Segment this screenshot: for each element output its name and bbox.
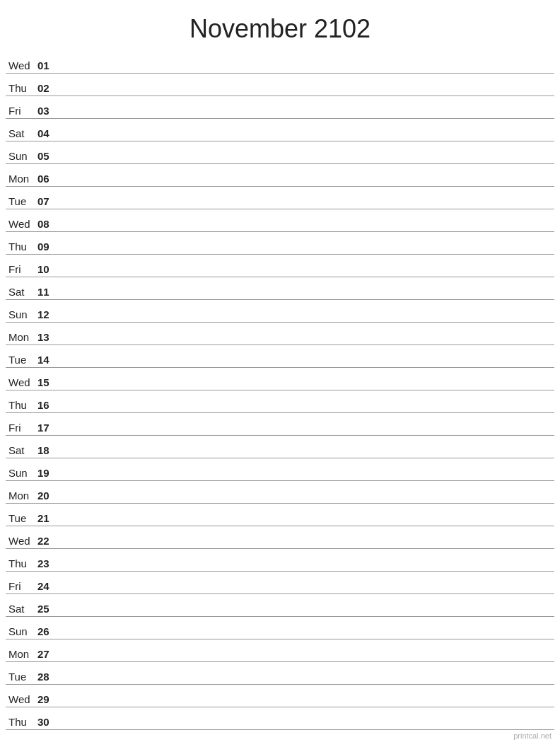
- day-number: 21: [37, 512, 59, 524]
- day-name: Sat: [6, 603, 37, 615]
- day-line: [59, 342, 554, 343]
- day-line: [59, 546, 554, 547]
- day-line: [59, 71, 554, 71]
- day-name: Fri: [6, 580, 37, 592]
- day-row: Thu30: [6, 707, 554, 730]
- day-line: [59, 365, 554, 366]
- day-name: Mon: [6, 331, 37, 343]
- day-row: Wed01: [6, 51, 554, 74]
- day-number: 23: [37, 557, 59, 569]
- day-line: [59, 682, 554, 683]
- day-row: Fri10: [6, 255, 554, 277]
- day-number: 28: [37, 671, 59, 683]
- day-name: Fri: [6, 263, 37, 275]
- day-row: Fri03: [6, 96, 554, 119]
- day-number: 19: [37, 467, 59, 479]
- day-line: [59, 320, 554, 320]
- day-name: Tue: [6, 512, 37, 524]
- day-number: 03: [37, 105, 59, 117]
- day-number: 26: [37, 625, 59, 637]
- day-row: Tue21: [6, 504, 554, 526]
- day-number: 14: [37, 354, 59, 366]
- day-line: [59, 274, 554, 275]
- day-row: Fri17: [6, 413, 554, 436]
- day-name: Wed: [6, 218, 37, 230]
- page-title: November 2102: [0, 0, 560, 51]
- day-number: 12: [37, 308, 59, 320]
- day-row: Sat11: [6, 277, 554, 300]
- day-line: [59, 116, 554, 117]
- day-number: 06: [37, 173, 59, 185]
- day-number: 24: [37, 580, 59, 592]
- day-number: 02: [37, 82, 59, 94]
- day-number: 08: [37, 218, 59, 230]
- day-row: Sun05: [6, 141, 554, 164]
- day-number: 13: [37, 331, 59, 343]
- day-number: 17: [37, 422, 59, 434]
- day-name: Sun: [6, 625, 37, 637]
- day-name: Fri: [6, 105, 37, 117]
- day-row: Wed29: [6, 685, 554, 707]
- day-row: Sat04: [6, 119, 554, 141]
- day-line: [59, 501, 554, 502]
- day-line: [59, 252, 554, 253]
- day-name: Tue: [6, 671, 37, 683]
- day-row: Mon27: [6, 639, 554, 662]
- day-row: Mon13: [6, 323, 554, 345]
- day-name: Sun: [6, 150, 37, 162]
- day-line: [59, 614, 554, 615]
- day-line: [59, 569, 554, 569]
- day-line: [59, 478, 554, 479]
- day-line: [59, 139, 554, 139]
- day-line: [59, 659, 554, 660]
- day-name: Sun: [6, 308, 37, 320]
- day-number: 10: [37, 263, 59, 275]
- day-number: 05: [37, 150, 59, 162]
- day-line: [59, 410, 554, 411]
- day-line: [59, 637, 554, 637]
- day-line: [59, 184, 554, 185]
- day-row: Tue07: [6, 187, 554, 209]
- day-row: Wed15: [6, 368, 554, 390]
- day-number: 22: [37, 535, 59, 547]
- day-line: [59, 388, 554, 388]
- day-number: 11: [37, 286, 59, 298]
- day-number: 09: [37, 241, 59, 253]
- day-name: Wed: [6, 535, 37, 547]
- day-line: [59, 207, 554, 207]
- day-row: Wed08: [6, 209, 554, 232]
- day-row: Sun19: [6, 458, 554, 481]
- day-row: Fri24: [6, 572, 554, 594]
- day-number: 29: [37, 693, 59, 705]
- day-row: Tue28: [6, 662, 554, 685]
- day-name: Sun: [6, 467, 37, 479]
- day-name: Thu: [6, 716, 37, 728]
- day-row: Wed22: [6, 526, 554, 549]
- day-name: Tue: [6, 195, 37, 207]
- day-name: Tue: [6, 354, 37, 366]
- day-name: Sat: [6, 127, 37, 139]
- day-number: 01: [37, 59, 59, 71]
- day-name: Mon: [6, 490, 37, 502]
- day-name: Fri: [6, 422, 37, 434]
- day-row: Thu16: [6, 390, 554, 413]
- day-name: Wed: [6, 376, 37, 388]
- day-number: 30: [37, 716, 59, 728]
- day-name: Thu: [6, 557, 37, 569]
- day-line: [59, 297, 554, 298]
- day-row: Tue14: [6, 345, 554, 368]
- calendar: Wed01Thu02Fri03Sat04Sun05Mon06Tue07Wed08…: [0, 51, 560, 730]
- day-line: [59, 591, 554, 592]
- day-name: Thu: [6, 82, 37, 94]
- day-row: Sun12: [6, 300, 554, 323]
- day-row: Thu23: [6, 549, 554, 572]
- day-line: [59, 523, 554, 524]
- day-row: Sat18: [6, 436, 554, 458]
- day-row: Mon20: [6, 481, 554, 504]
- day-name: Sat: [6, 444, 37, 456]
- day-name: Wed: [6, 693, 37, 705]
- day-name: Wed: [6, 59, 37, 71]
- day-number: 07: [37, 195, 59, 207]
- day-line: [59, 229, 554, 230]
- day-name: Thu: [6, 399, 37, 411]
